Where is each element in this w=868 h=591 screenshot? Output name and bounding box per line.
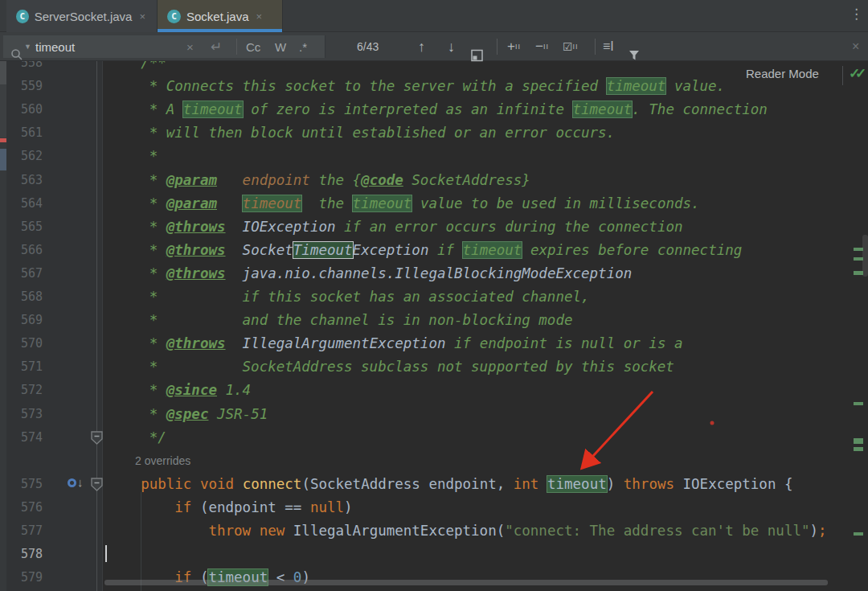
tab-options-menu-icon[interactable]: ⋮ [850,7,863,21]
next-occurrence-button[interactable]: ↓ [448,32,455,61]
editor-tab-bar: C ServerSocket.java × C Socket.java × ⋮ [0,0,868,32]
match-case-toggle[interactable]: Cc [246,32,260,61]
inspections-ok-icon: ✓ [855,65,866,82]
editor-area[interactable] [0,61,868,591]
left-stripe-selection-mark [0,149,6,170]
search-icon[interactable] [10,40,23,69]
reader-mode-divider [842,66,843,85]
find-toolbar: ▼ timeout × ↵ Cc W .* 6/43 ↑ ↓ +II −II ☑… [0,32,868,61]
fold-marker-collapse[interactable] [90,431,104,445]
open-in-find-window-icon[interactable] [471,41,483,70]
reader-mode-label[interactable]: Reader Mode [746,67,819,80]
tab-label: Socket.java [186,10,249,23]
horizontal-scrollbar-thumb[interactable] [104,580,828,585]
error-stripe-match-mark [854,532,863,536]
error-stripe-match-mark [854,271,863,275]
text-caret [105,545,107,562]
clear-search-icon[interactable]: × [186,32,194,61]
editor-gutter[interactable] [6,61,103,591]
left-stripe-thumb[interactable] [0,61,6,84]
indent-guide [141,492,141,591]
tab-serversocket-java[interactable]: C ServerSocket.java × [6,0,158,32]
overridden-method-arrow-icon: ↓ [77,475,84,489]
tab-socket-java[interactable]: C Socket.java × [158,0,283,32]
error-stripe-match-mark [854,257,863,261]
remove-occurrence-button[interactable]: −II [535,32,549,61]
java-class-icon: C [167,10,181,23]
error-stripe-match-mark [854,402,863,405]
close-search-icon[interactable]: × [852,32,859,61]
toolbar-divider [236,39,237,55]
select-all-occurrences-button[interactable]: ☑II [563,32,579,61]
left-stripe-error-mark [0,138,6,142]
newline-icon[interactable]: ↵ [211,32,222,61]
error-stripe-match-mark [854,438,863,444]
add-occurrence-button[interactable]: +II [507,32,521,61]
ide-window: 558 /**559 * Connects this socket to the… [0,0,868,591]
tab-close-icon[interactable]: × [255,10,264,23]
toolbar-divider [497,39,497,55]
search-query-text[interactable]: timeout [35,32,75,61]
previous-occurrence-button[interactable]: ↑ [418,32,425,61]
java-class-icon: C [16,10,29,23]
match-count: 6/43 [357,32,379,61]
overridden-method-icon[interactable] [68,478,76,487]
regex-toggle[interactable]: .* [299,32,307,61]
fold-marker-collapse[interactable] [90,478,104,491]
fold-region-line [96,61,97,591]
error-stripe-match-mark [854,447,863,451]
whole-words-toggle[interactable]: W [275,32,286,61]
vertical-scrollbar-thumb[interactable] [862,235,868,277]
left-stripe-segment [0,84,6,137]
tab-label: ServerSocket.java [35,10,133,23]
filter-funnel-icon[interactable] [628,41,640,70]
search-history-chevron-icon[interactable]: ▼ [24,32,31,61]
tab-close-icon[interactable]: × [137,10,147,23]
toolbar-divider [595,39,596,55]
filter-lines-icon[interactable]: ≡I [603,32,614,61]
error-stripe-match-mark [854,248,863,251]
left-error-stripe [0,61,6,591]
